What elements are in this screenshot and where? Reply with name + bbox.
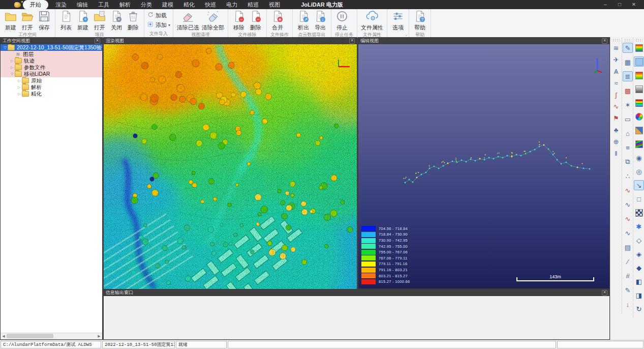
tree-row[interactable]: ▷解析 [1,84,102,91]
page-icon[interactable]: □ [634,194,644,204]
dialog-launcher-icon[interactable]: ⌟ [405,32,407,37]
tree-expander-icon[interactable]: ▷ [17,85,22,90]
dock-grip[interactable] [612,39,620,41]
eye-open-icon[interactable]: ◉ [634,153,644,163]
tower-icon[interactable]: Ѧ [611,66,621,76]
info-panel-close-icon[interactable]: ✕ [602,290,607,296]
ribbon-button-文件属性[interactable]: 文件属性 [360,10,384,32]
app-logo-icon[interactable] [14,2,21,8]
ribbon-button-导出[interactable]: ↓导出 [312,10,328,32]
ribbon-button-新建[interactable]: 新建 [3,10,19,32]
vector-node-icon[interactable]: ʃ [611,90,621,100]
ribbon-button-移除[interactable]: −移除 [231,10,247,32]
scroll-thumb[interactable] [7,334,53,338]
tree-extract-icon[interactable]: ♣ [611,125,621,135]
vector-node2-icon[interactable]: ∿ [611,101,621,111]
ribbon-button-选项[interactable]: 选项 [390,10,406,32]
draw-polyline-icon[interactable]: ✎ [623,43,633,53]
doc-list-icon[interactable]: ≡ [623,142,633,153]
workspace-close-icon[interactable]: ✕ [95,38,100,44]
cube-top-icon[interactable]: ◈ [634,249,644,259]
tree-row[interactable]: ▽移动LiDAR [1,71,102,77]
ribbon-button-打开[interactable]: 打开 [91,10,108,32]
ribbon-button-清除已选[interactable]: 清除已选 [176,10,200,32]
color-wheel-icon[interactable] [634,111,644,122]
cube-left-icon[interactable]: ◧ [634,276,644,286]
menu-item-建模[interactable]: 建模 [157,0,178,10]
ribbon-button-加载[interactable]: 加载 [147,11,167,19]
cube-solid-icon[interactable]: ◆ [634,263,644,273]
edit-viewport[interactable]: 704.56 - 718.84718.84 - 730.90730.90 - 7… [358,44,609,288]
tree-expander-icon[interactable]: ▷ [17,92,22,96]
measure-line-icon[interactable]: ↘ [634,180,644,190]
menu-item-快巡[interactable]: 快巡 [200,0,221,10]
dock-grip[interactable] [635,39,642,41]
workspace-hscrollbar[interactable]: ◀ ▶ [1,333,102,339]
cube-wire-icon[interactable]: ◇ [634,235,644,245]
polygon-select-icon[interactable]: ⌂ [623,128,633,138]
ribbon-button-停止[interactable]: 停止 [334,10,350,32]
ribbon-button-打开[interactable]: 打开 [19,10,36,32]
menu-item-解析[interactable]: 解析 [114,0,136,10]
tree-expander-icon[interactable]: ▽ [3,46,8,50]
pause-task-icon[interactable]: ‖ [611,148,621,158]
ribbon-button-关闭[interactable]: ×关闭 [108,10,125,32]
curve-c-icon[interactable]: ∿ [623,214,633,224]
tower-flag-icon[interactable]: ⚑ [611,113,621,123]
ribbon-button-保存[interactable]: 保存 [36,10,52,32]
gray-gradient-icon[interactable] [634,84,644,94]
edit-view-close-icon[interactable]: ✕ [602,38,607,44]
tree-expander-icon[interactable]: ▷ [10,59,15,63]
minimize-button[interactable]: – [598,0,612,9]
grid-icon[interactable]: ▦ [623,57,633,67]
compass-icon[interactable]: ✶ [623,100,633,110]
scroll-right-icon[interactable]: ▶ [96,333,102,339]
nodes-icon[interactable]: ∴ [623,171,633,181]
tree-expander-icon[interactable]: ▷ [17,79,22,83]
ribbon-button-清除全部[interactable]: 清除全部 [201,10,225,32]
scroll-left-icon[interactable]: ◀ [1,333,7,339]
menu-item-开始[interactable]: 开始 [23,0,48,10]
tree-expander-icon[interactable]: ▽ [10,72,15,76]
slope-icon[interactable]: ∕ [623,256,633,267]
layer-edit-icon[interactable]: ≋ [611,43,621,53]
sag-curve-icon[interactable]: ≈ [611,78,621,88]
tree-row[interactable]: ▷精化 [1,91,102,97]
drone-icon[interactable]: ✈ [611,54,621,65]
eye-closed-icon[interactable]: ◎ [634,166,644,177]
gradient-icon[interactable] [634,70,644,80]
ribbon-button-析出[interactable]: ↗析出 [295,10,312,32]
ribbon-button-列表[interactable]: 列表 [58,10,74,32]
curve-a-icon[interactable]: ∿ [623,185,633,195]
ribbon-button-添加[interactable]: 添加▾ [147,21,170,29]
dock-grip[interactable] [624,39,631,41]
cube-right-icon[interactable]: ◨ [634,290,644,300]
grid-clear-icon[interactable]: ▩ [623,85,633,96]
curve-d-icon[interactable]: ∿ [623,228,633,238]
tree-row[interactable]: ▷原始 [1,77,102,84]
menu-item-视图[interactable]: 视图 [264,0,285,10]
export-down-icon[interactable]: ↓ [623,299,633,309]
settings-gear-icon[interactable]: ✱ [634,221,644,231]
tree-row[interactable]: ▽2022-12-10_13-51-50固定翼1350验证.aldprj [1,44,102,51]
layer-stack-icon[interactable]: ≣ [623,71,633,81]
menu-item-分类[interactable]: 分类 [136,0,157,10]
render-view-close-icon[interactable]: ✕ [349,38,355,44]
edit-note-icon[interactable]: ✎ [623,285,633,295]
rect-select-icon[interactable]: ▭ [623,114,633,124]
tree-expander-icon[interactable]: ▷ [10,66,15,70]
menu-item-编辑[interactable]: 编辑 [72,0,93,10]
ribbon-button-合并[interactable]: ∗合并 [269,10,286,32]
layer-copy-icon[interactable]: ⧉ [623,157,633,167]
ribbon-button-删除[interactable]: −删除 [248,10,264,32]
ribbon-button-删除[interactable]: 删除 [125,10,141,32]
class-shapes-icon[interactable] [634,125,644,135]
ruler-icon[interactable]: ▤ [623,242,633,252]
flat-color-icon[interactable] [634,56,644,67]
menu-item-工具[interactable]: 工具 [93,0,114,10]
close-button[interactable]: ✕ [627,0,641,9]
ribbon-button-帮助[interactable]: ?帮助 [412,10,428,32]
color-waves-icon[interactable] [634,139,644,149]
band-map-icon[interactable] [634,98,644,108]
curve-b-icon[interactable]: ∿ [623,199,633,210]
